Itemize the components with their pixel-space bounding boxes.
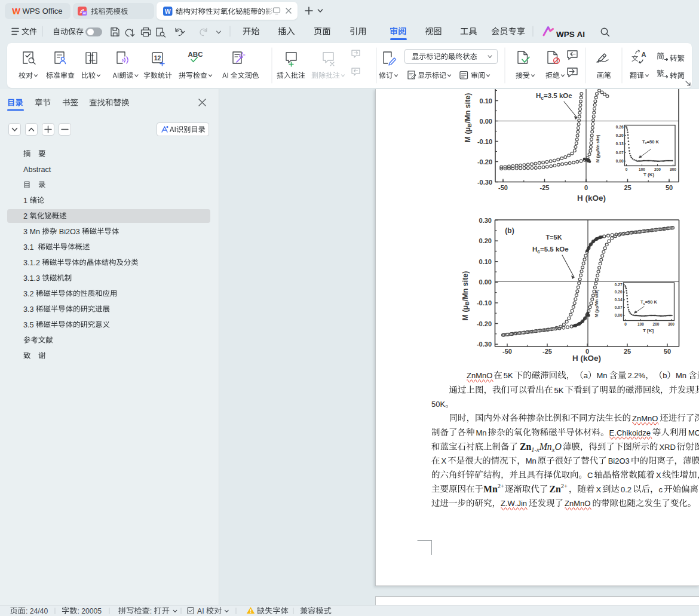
svg-text:ZnMnO: ZnMnO	[565, 499, 590, 508]
svg-text:Zn: Zn	[520, 442, 532, 452]
svg-text:0.07: 0.07	[615, 305, 623, 309]
svg-text:0.10: 0.10	[479, 258, 492, 265]
svg-text:2: 2	[23, 212, 30, 220]
svg-text:Tc=50 K: Tc=50 K	[642, 139, 659, 145]
svg-text:T (K): T (K)	[643, 172, 655, 177]
svg-text:0.2: 0.2	[621, 485, 631, 494]
svg-text:T [K]: T [K]	[643, 328, 654, 333]
svg-text:0.30: 0.30	[479, 217, 492, 224]
svg-text:Abstract: Abstract	[23, 166, 51, 174]
svg-text:Tc=50 K: Tc=50 K	[640, 299, 657, 305]
svg-text:0.00: 0.00	[480, 118, 492, 125]
svg-text:50: 50	[666, 184, 673, 191]
svg-text:5K: 5K	[554, 386, 564, 395]
svg-text:Hc=3.5 kOe: Hc=3.5 kOe	[536, 92, 572, 101]
svg-text:-0.30: -0.30	[477, 341, 492, 348]
svg-text:0.27: 0.27	[615, 283, 623, 287]
svg-text:O: O	[555, 442, 562, 452]
svg-text:1-x: 1-x	[531, 446, 539, 453]
svg-text:: 24/40: : 24/40	[26, 607, 48, 615]
svg-text:AI: AI	[197, 607, 206, 615]
svg-text:0.20: 0.20	[479, 237, 492, 244]
svg-text:H (kOe): H (kOe)	[577, 194, 606, 203]
svg-text:XRD: XRD	[659, 443, 675, 452]
svg-text:-25: -25	[540, 184, 550, 191]
svg-text:ABC: ABC	[188, 51, 203, 58]
svg-text:M (μB/Mn site): M (μB/Mn site)	[464, 93, 473, 143]
svg-text:3.3: 3.3	[23, 305, 36, 314]
svg-text:(b): (b)	[505, 226, 514, 235]
svg-text:200: 200	[654, 167, 661, 171]
svg-text:3.2: 3.2	[23, 290, 36, 298]
svg-text:0.10: 0.10	[480, 97, 492, 105]
svg-text:50: 50	[664, 348, 671, 355]
svg-text:Z.W.Jin: Z.W.Jin	[501, 499, 527, 508]
svg-text:-50: -50	[498, 184, 508, 191]
svg-text:H (kOe): H (kOe)	[572, 354, 601, 363]
svg-text:M (μB/Mn site): M (μB/Mn site)	[596, 135, 600, 163]
svg-text:-0.10: -0.10	[477, 299, 492, 307]
svg-text:2.2%: 2.2%	[628, 371, 646, 380]
svg-text:3.1: 3.1	[23, 243, 38, 252]
svg-text:2+: 2+	[561, 483, 568, 489]
svg-text:25: 25	[624, 184, 631, 191]
svg-text:Hc=5.5 kOe: Hc=5.5 kOe	[532, 246, 569, 255]
svg-text:Mn: Mn	[597, 371, 608, 380]
svg-text:0: 0	[626, 167, 628, 171]
svg-text:1: 1	[23, 197, 30, 205]
svg-text:300: 300	[670, 167, 676, 171]
svg-text:M (μB/Mn site): M (μB/Mn site)	[594, 290, 599, 317]
svg-text:0.26: 0.26	[616, 125, 624, 129]
svg-text:b: b	[663, 371, 667, 380]
svg-text:AI: AI	[82, 11, 86, 15]
svg-text:-0.30: -0.30	[477, 179, 492, 186]
svg-text:-50: -50	[502, 348, 512, 355]
svg-text:ZnMnO: ZnMnO	[632, 414, 658, 423]
svg-text:-0.20: -0.20	[477, 158, 492, 166]
svg-text:WPS AI: WPS AI	[556, 30, 585, 39]
svg-text:12: 12	[154, 54, 161, 62]
svg-text:X: X	[656, 471, 661, 480]
svg-text:200: 200	[653, 322, 660, 326]
svg-text:X: X	[596, 485, 601, 494]
svg-text:0.00: 0.00	[616, 159, 624, 163]
svg-text:3 Mn: 3 Mn	[23, 228, 42, 236]
svg-text:C: C	[587, 471, 593, 480]
svg-text:M (μB/Mn site): M (μB/Mn site)	[461, 271, 470, 321]
svg-text:W: W	[12, 7, 20, 16]
svg-text:E.Chikoidze: E.Chikoidze	[609, 428, 651, 437]
svg-text:-0.10: -0.10	[477, 138, 492, 145]
svg-text:2+: 2+	[498, 483, 504, 489]
svg-text:X: X	[442, 456, 447, 465]
svg-text:Bi2O3: Bi2O3	[57, 228, 82, 236]
svg-text:300: 300	[668, 322, 675, 326]
svg-text:Mn: Mn	[539, 442, 552, 452]
svg-text:0.20: 0.20	[616, 133, 624, 137]
svg-text:25: 25	[624, 348, 631, 355]
svg-text:-25: -25	[542, 348, 552, 355]
svg-text:0.00: 0.00	[479, 278, 492, 286]
svg-text:0.20: 0.20	[615, 290, 623, 294]
svg-text:MOCV: MOCV	[688, 428, 699, 437]
svg-text:c: c	[659, 485, 663, 494]
svg-text:A: A	[642, 51, 646, 58]
svg-text:3.5: 3.5	[23, 321, 36, 329]
svg-text:0: 0	[624, 322, 627, 326]
svg-text:W: W	[165, 8, 171, 15]
svg-text:Bi2O3: Bi2O3	[608, 456, 630, 465]
svg-text:WPS Office: WPS Office	[22, 7, 62, 16]
svg-text:0: 0	[584, 184, 588, 191]
svg-text:50K: 50K	[431, 400, 445, 409]
svg-text::: :	[150, 607, 154, 615]
svg-text:0.07: 0.07	[616, 151, 624, 155]
svg-text:0.13: 0.13	[616, 142, 624, 146]
svg-text:3.1.3: 3.1.3	[23, 274, 42, 283]
svg-text:Zn: Zn	[549, 484, 561, 494]
svg-text:: 20005: : 20005	[77, 607, 102, 615]
svg-text:0.00: 0.00	[615, 313, 623, 317]
svg-text:Mn: Mn	[526, 456, 536, 465]
svg-text:5K: 5K	[504, 371, 513, 380]
svg-text:3.1.2: 3.1.2	[23, 259, 42, 267]
svg-text:T=5K: T=5K	[545, 234, 562, 241]
svg-text:ZnMnO: ZnMnO	[467, 371, 492, 380]
